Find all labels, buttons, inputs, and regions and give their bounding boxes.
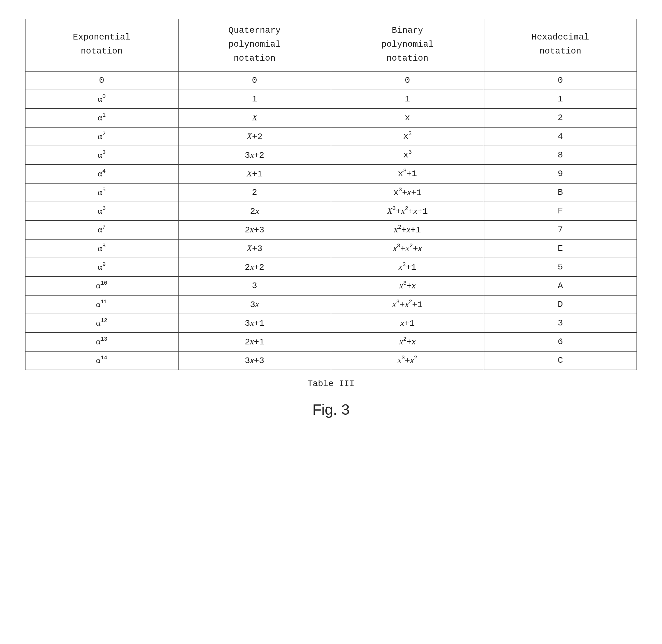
cell-quaternary: 2 <box>178 183 331 202</box>
cell-hex: 4 <box>484 127 637 146</box>
cell-binary: x3+x2+x <box>331 239 484 258</box>
table-row: α123x+1x+13 <box>25 314 637 332</box>
cell-quaternary: 2x+2 <box>178 258 331 277</box>
cell-hex: 5 <box>484 258 637 277</box>
cell-exponential: 0 <box>25 71 178 90</box>
cell-quaternary: 3x+2 <box>178 146 331 165</box>
table-row: 0000 <box>25 71 637 90</box>
cell-binary: 0 <box>331 71 484 90</box>
table-row: α33x+2x38 <box>25 146 637 165</box>
cell-exponential: α14 <box>25 351 178 370</box>
cell-exponential: α8 <box>25 239 178 258</box>
cell-exponential: α13 <box>25 332 178 351</box>
cell-binary: x2 <box>331 127 484 146</box>
notation-table: Exponentialnotation Quaternarypolynomial… <box>25 19 637 370</box>
cell-binary: x3+x <box>331 277 484 295</box>
cell-binary: x2+1 <box>331 258 484 277</box>
table-body: 0000α0111α1Xx2α2X+2x24α33x+2x38α4X+1x3+1… <box>25 71 637 370</box>
cell-hex: 8 <box>484 146 637 165</box>
cell-exponential: α3 <box>25 146 178 165</box>
cell-binary: x+1 <box>331 314 484 332</box>
cell-hex: A <box>484 277 637 295</box>
cell-exponential: α5 <box>25 183 178 202</box>
cell-binary: x3+x2 <box>331 351 484 370</box>
cell-quaternary: 1 <box>178 90 331 109</box>
cell-hex: E <box>484 239 637 258</box>
cell-hex: C <box>484 351 637 370</box>
table-row: α132x+1x2+x6 <box>25 332 637 351</box>
col-header-binary: Binarypolynomialnotation <box>331 19 484 71</box>
table-row: α143x+3x3+x2C <box>25 351 637 370</box>
table-row: α92x+2x2+15 <box>25 258 637 277</box>
table-caption: Table III <box>25 379 637 389</box>
cell-hex: B <box>484 183 637 202</box>
cell-binary: x2+x <box>331 332 484 351</box>
table-row: α8X+3x3+x2+xE <box>25 239 637 258</box>
col-header-exponential: Exponentialnotation <box>25 19 178 71</box>
cell-exponential: α6 <box>25 202 178 221</box>
cell-quaternary: X <box>178 109 331 127</box>
cell-exponential: α11 <box>25 295 178 314</box>
cell-exponential: α9 <box>25 258 178 277</box>
cell-exponential: α4 <box>25 165 178 183</box>
cell-binary: x3+x+1 <box>331 183 484 202</box>
table-row: α72x+3x2+x+17 <box>25 221 637 239</box>
cell-quaternary: X+1 <box>178 165 331 183</box>
cell-hex: 6 <box>484 332 637 351</box>
cell-quaternary: 3x+1 <box>178 314 331 332</box>
table-row: α1Xx2 <box>25 109 637 127</box>
cell-quaternary: 3x <box>178 295 331 314</box>
cell-hex: 1 <box>484 90 637 109</box>
cell-binary: x3+1 <box>331 165 484 183</box>
cell-hex: F <box>484 202 637 221</box>
col-header-quaternary: Quaternarypolynomialnotation <box>178 19 331 71</box>
table-row: α103x3+xA <box>25 277 637 295</box>
table-row: α113xx3+x2+1D <box>25 295 637 314</box>
cell-binary: 1 <box>331 90 484 109</box>
cell-hex: 0 <box>484 71 637 90</box>
cell-hex: 2 <box>484 109 637 127</box>
table-row: α62xX3+x2+x+1F <box>25 202 637 221</box>
cell-exponential: α1 <box>25 109 178 127</box>
col-header-hex: Hexadecimalnotation <box>484 19 637 71</box>
table-header-row: Exponentialnotation Quaternarypolynomial… <box>25 19 637 71</box>
cell-quaternary: 2x+3 <box>178 221 331 239</box>
cell-exponential: α12 <box>25 314 178 332</box>
cell-quaternary: 3x+3 <box>178 351 331 370</box>
table-row: α0111 <box>25 90 637 109</box>
cell-exponential: α10 <box>25 277 178 295</box>
cell-binary: x3 <box>331 146 484 165</box>
cell-quaternary: 3 <box>178 277 331 295</box>
cell-exponential: α0 <box>25 90 178 109</box>
cell-quaternary: 2x <box>178 202 331 221</box>
cell-quaternary: 0 <box>178 71 331 90</box>
table-row: α2X+2x24 <box>25 127 637 146</box>
figure-label: Fig. 3 <box>25 401 637 418</box>
cell-binary: X3+x2+x+1 <box>331 202 484 221</box>
cell-hex: D <box>484 295 637 314</box>
cell-hex: 3 <box>484 314 637 332</box>
cell-binary: x2+x+1 <box>331 221 484 239</box>
cell-quaternary: X+2 <box>178 127 331 146</box>
cell-exponential: α2 <box>25 127 178 146</box>
cell-hex: 7 <box>484 221 637 239</box>
cell-quaternary: 2x+1 <box>178 332 331 351</box>
cell-binary: x3+x2+1 <box>331 295 484 314</box>
table-row: α52x3+x+1B <box>25 183 637 202</box>
cell-quaternary: X+3 <box>178 239 331 258</box>
cell-exponential: α7 <box>25 221 178 239</box>
cell-hex: 9 <box>484 165 637 183</box>
cell-binary: x <box>331 109 484 127</box>
table-row: α4X+1x3+19 <box>25 165 637 183</box>
